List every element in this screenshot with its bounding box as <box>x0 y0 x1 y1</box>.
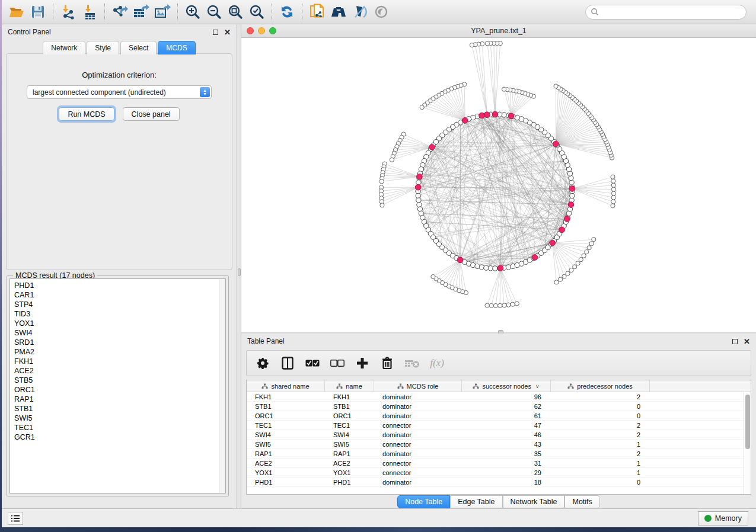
mcds-node[interactable] <box>553 141 559 147</box>
tab-mcds[interactable]: MCDS <box>158 41 195 55</box>
mcds-result-item[interactable]: CAR1 <box>14 290 225 300</box>
close-panel-icon[interactable]: ✕ <box>744 339 750 344</box>
import-table-button[interactable] <box>79 2 100 22</box>
show-graphics-details-button[interactable] <box>371 2 392 22</box>
zoom-fit-button[interactable] <box>225 2 246 22</box>
mcds-node[interactable] <box>564 216 570 222</box>
table-row[interactable]: SWI5SWI5connector431 <box>247 440 744 449</box>
first-neighbors-button[interactable] <box>328 2 349 22</box>
cell-predecessor_nodes[interactable]: 1 <box>551 460 650 467</box>
cell-successor_nodes[interactable]: 31 <box>462 460 551 467</box>
task-history-button[interactable] <box>8 512 23 525</box>
cell-name[interactable]: YOX1 <box>325 469 374 476</box>
mcds-result-item[interactable]: PMA2 <box>14 347 225 357</box>
settings-gear-button[interactable] <box>254 354 272 372</box>
table-row[interactable]: ACE2ACE2connector311 <box>247 459 744 468</box>
cell-shared_name[interactable]: FKH1 <box>247 393 325 400</box>
save-button[interactable] <box>27 2 49 22</box>
add-column-button[interactable] <box>353 354 371 372</box>
cell-successor_nodes[interactable]: 29 <box>462 469 551 476</box>
delete-column-button[interactable] <box>378 354 396 372</box>
mcds-result-item[interactable]: FKH1 <box>14 357 225 366</box>
column-header-successor-nodes[interactable]: successor nodes∨ <box>462 380 551 392</box>
run-mcds-button[interactable]: Run MCDS <box>59 107 114 121</box>
cell-predecessor_nodes[interactable]: 0 <box>551 403 650 410</box>
cell-successor_nodes[interactable]: 62 <box>462 403 551 410</box>
tab-style[interactable]: Style <box>87 41 119 55</box>
mcds-result-item[interactable]: STB1 <box>14 404 225 414</box>
criterion-select[interactable]: largest connected component (undirected)… <box>27 85 212 99</box>
table-row[interactable]: FKH1FKH1dominator962 <box>247 392 744 402</box>
export-image-button[interactable] <box>152 2 173 22</box>
mcds-result-item[interactable]: STB5 <box>14 376 225 385</box>
zoom-selected-button[interactable] <box>246 2 267 22</box>
table-row[interactable]: RAP1RAP1dominator352 <box>247 449 744 459</box>
minimize-window-icon[interactable] <box>258 27 265 34</box>
cell-name[interactable]: SWI4 <box>325 431 374 438</box>
table-row[interactable]: TEC1TEC1connector472 <box>247 421 744 430</box>
network-canvas[interactable] <box>241 38 756 332</box>
cell-predecessor_nodes[interactable]: 2 <box>551 431 650 438</box>
deselect-all-button[interactable] <box>328 354 346 372</box>
cell-shared_name[interactable]: YOX1 <box>247 469 325 476</box>
cell-mcds_role[interactable]: dominator <box>374 479 462 486</box>
column-header-predecessor-nodes[interactable]: predecessor nodes <box>551 380 650 392</box>
splitter-handle[interactable] <box>238 268 241 276</box>
cell-name[interactable]: ORC1 <box>325 412 374 419</box>
table-scrollbar-thumb[interactable] <box>745 395 750 449</box>
mcds-node[interactable] <box>417 174 423 180</box>
close-window-icon[interactable] <box>247 27 254 34</box>
cell-successor_nodes[interactable]: 47 <box>462 422 551 429</box>
mcds-result-item[interactable]: SRD1 <box>14 338 225 347</box>
zoom-out-button[interactable] <box>203 2 225 22</box>
cell-mcds_role[interactable]: dominator <box>374 450 462 457</box>
cell-name[interactable]: SWI5 <box>325 441 374 448</box>
refresh-button[interactable] <box>276 2 298 22</box>
mcds-result-item[interactable]: PHD1 <box>14 281 225 290</box>
mcds-node[interactable] <box>508 113 514 119</box>
table-row[interactable]: STB1STB1dominator620 <box>247 402 744 411</box>
cell-mcds_role[interactable]: dominator <box>374 412 462 419</box>
cell-mcds_role[interactable]: dominator <box>374 393 462 400</box>
mcds-node[interactable] <box>532 255 538 261</box>
mcds-node[interactable] <box>457 257 463 263</box>
vertical-splitter[interactable] <box>237 24 241 508</box>
mcds-node[interactable] <box>484 112 490 118</box>
mcds-list-scrollbar[interactable] <box>219 279 225 493</box>
cell-name[interactable]: FKH1 <box>325 393 374 400</box>
cell-predecessor_nodes[interactable]: 0 <box>551 412 650 419</box>
mcds-result-item[interactable]: SWI5 <box>14 414 225 423</box>
cell-predecessor_nodes[interactable]: 2 <box>551 422 650 429</box>
network-window-titlebar[interactable]: YPA_prune.txt_1 <box>241 24 756 38</box>
cell-shared_name[interactable]: STB1 <box>247 403 325 410</box>
cell-predecessor_nodes[interactable]: 1 <box>551 441 650 448</box>
cell-name[interactable]: RAP1 <box>325 450 374 457</box>
tab-select[interactable]: Select <box>120 41 157 55</box>
tab-edge-table[interactable]: Edge Table <box>450 495 502 508</box>
float-panel-icon[interactable] <box>213 30 218 35</box>
cell-successor_nodes[interactable]: 96 <box>462 393 551 400</box>
table-row[interactable]: ORC1ORC1dominator610 <box>247 411 744 421</box>
mcds-node[interactable] <box>550 240 556 246</box>
mcds-node[interactable] <box>415 184 421 190</box>
cell-name[interactable]: ACE2 <box>325 460 374 467</box>
cell-name[interactable]: PHD1 <box>325 479 374 486</box>
toggle-columns-button[interactable] <box>279 354 296 372</box>
cell-predecessor_nodes[interactable]: 1 <box>551 469 650 476</box>
tab-node-table[interactable]: Node Table <box>397 495 450 508</box>
cell-shared_name[interactable]: SWI5 <box>247 441 325 448</box>
cell-shared_name[interactable]: ACE2 <box>247 460 325 467</box>
cell-mcds_role[interactable]: connector <box>374 469 462 476</box>
cell-predecessor_nodes[interactable]: 0 <box>551 479 650 486</box>
column-header-shared-name[interactable]: shared name <box>247 380 325 392</box>
tab-network-table[interactable]: Network Table <box>503 495 565 508</box>
import-network-button[interactable] <box>58 2 79 22</box>
cell-name[interactable]: TEC1 <box>325 422 374 429</box>
tab-network[interactable]: Network <box>43 41 85 55</box>
cell-successor_nodes[interactable]: 43 <box>462 441 551 448</box>
cell-shared_name[interactable]: RAP1 <box>247 450 325 457</box>
cell-name[interactable]: STB1 <box>325 403 374 410</box>
export-table-button[interactable] <box>130 2 152 22</box>
tab-motifs[interactable]: Motifs <box>564 495 599 508</box>
cell-shared_name[interactable]: TEC1 <box>247 422 325 429</box>
